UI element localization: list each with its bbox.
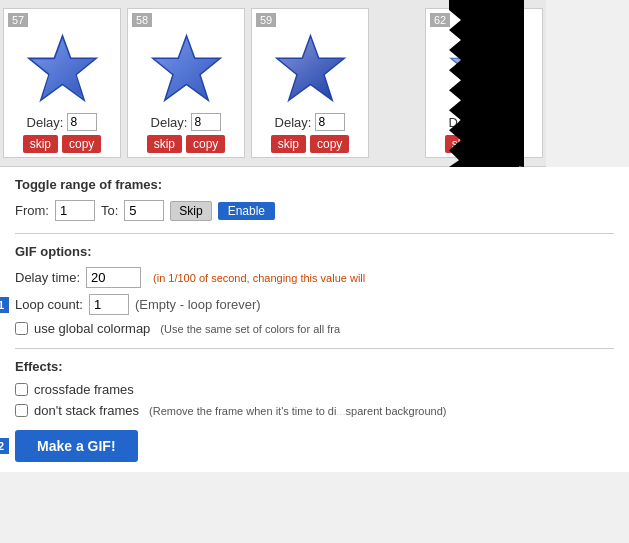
- delay-row: Delay:: [27, 113, 98, 131]
- from-label: From:: [15, 203, 49, 218]
- svg-marker-3: [276, 35, 344, 100]
- delay-row: Delay:: [151, 113, 222, 131]
- skip-button[interactable]: skip: [271, 135, 306, 153]
- svg-marker-4: [450, 35, 518, 100]
- gif-options-section: GIF options: Delay time: (in 1/100 of se…: [15, 244, 614, 336]
- frame-card: 58 Delay: skip copy: [127, 8, 245, 158]
- copy-button[interactable]: copy: [310, 135, 349, 153]
- frame-number: 57: [8, 13, 28, 27]
- delay-label: Delay:: [27, 115, 64, 130]
- loop-badge: 1: [0, 297, 9, 313]
- delay-row: Delay:: [449, 113, 520, 131]
- from-input[interactable]: [55, 200, 95, 221]
- skip-button[interactable]: skip: [23, 135, 58, 153]
- delay-time-label: Delay time:: [15, 270, 80, 285]
- loop-count-row: 1 Loop count: (Empty - loop forever): [15, 294, 614, 315]
- star-icon: [444, 29, 524, 109]
- frame-card: 62 Delay: skip: [425, 8, 543, 158]
- copy-button[interactable]: copy: [62, 135, 101, 153]
- star-icon: [270, 29, 350, 109]
- stack-hint: (Remove the frame when it's time to di..…: [149, 405, 446, 417]
- skip-button[interactable]: skip: [147, 135, 182, 153]
- colormap-hint: (Use the same set of colors for all fra: [160, 323, 340, 335]
- make-gif-button[interactable]: Make a GIF!: [15, 430, 138, 462]
- frame-card: 57 Delay: skip: [3, 8, 121, 158]
- stack-label: don't stack frames: [34, 403, 139, 418]
- toggle-range-row: From: To: Skip Enable: [15, 200, 614, 221]
- colormap-row: use global colormap (Use the same set of…: [15, 321, 614, 336]
- frames-container: 57 Delay: skip: [0, 0, 546, 167]
- delay-label: Delay:: [449, 115, 486, 130]
- skip-range-button[interactable]: Skip: [170, 201, 211, 221]
- star-icon: [22, 29, 102, 109]
- gif-options-title: GIF options:: [15, 244, 614, 259]
- gif-badge: 2: [0, 438, 9, 454]
- divider2: [15, 348, 614, 349]
- delay-time-row: Delay time: (in 1/100 of second, changin…: [15, 267, 614, 288]
- toggle-range-section: Toggle range of frames: From: To: Skip E…: [15, 177, 614, 221]
- loop-count-label: Loop count:: [15, 297, 83, 312]
- divider: [15, 233, 614, 234]
- btn-row: skip copy: [147, 135, 226, 153]
- loop-count-input[interactable]: [89, 294, 129, 315]
- stack-checkbox[interactable]: [15, 404, 28, 417]
- stack-row: don't stack frames (Remove the frame whe…: [15, 403, 614, 418]
- frames-wrapper: 57 Delay: skip: [0, 0, 629, 167]
- delay-input[interactable]: [191, 113, 221, 131]
- star-icon: [146, 29, 226, 109]
- delay-row: Delay:: [275, 113, 346, 131]
- delay-time-input[interactable]: [86, 267, 141, 288]
- svg-marker-2: [152, 35, 220, 100]
- crossfade-checkbox[interactable]: [15, 383, 28, 396]
- delay-label: Delay:: [275, 115, 312, 130]
- delay-input[interactable]: [67, 113, 97, 131]
- skip-button[interactable]: skip: [445, 135, 480, 153]
- main-content: Toggle range of frames: From: To: Skip E…: [0, 167, 629, 472]
- crossfade-row: crossfade frames: [15, 382, 614, 397]
- btn-row: skip copy: [445, 135, 524, 153]
- copy-button[interactable]: copy: [484, 135, 523, 153]
- colormap-label: use global colormap: [34, 321, 150, 336]
- frame-number: 58: [132, 13, 152, 27]
- btn-row: skip copy: [271, 135, 350, 153]
- btn-row: skip copy: [23, 135, 102, 153]
- frame-number: 62: [430, 13, 450, 27]
- effects-title: Effects:: [15, 359, 614, 374]
- effects-section: Effects: crossfade frames don't stack fr…: [15, 359, 614, 418]
- loop-hint: (Empty - loop forever): [135, 297, 261, 312]
- to-label: To:: [101, 203, 118, 218]
- enable-button[interactable]: Enable: [218, 202, 275, 220]
- torn-gap: [372, 4, 422, 162]
- crossfade-label: crossfade frames: [34, 382, 134, 397]
- to-input[interactable]: [124, 200, 164, 221]
- delay-input[interactable]: [489, 113, 519, 131]
- copy-button[interactable]: copy: [186, 135, 225, 153]
- delay-hint: (in 1/100 of second, changing this value…: [153, 272, 365, 284]
- colormap-checkbox[interactable]: [15, 322, 28, 335]
- make-gif-row: 2 Make a GIF!: [15, 430, 614, 462]
- frame-card: 59 Delay: skip copy: [251, 8, 369, 158]
- delay-input[interactable]: [315, 113, 345, 131]
- toggle-range-title: Toggle range of frames:: [15, 177, 614, 192]
- delay-label: Delay:: [151, 115, 188, 130]
- frame-number: 59: [256, 13, 276, 27]
